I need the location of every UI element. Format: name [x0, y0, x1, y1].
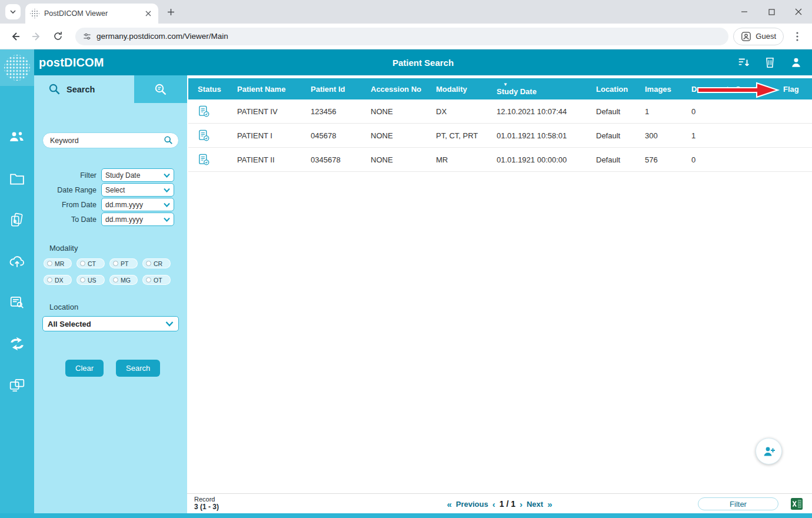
previous-page-button[interactable]: Previous [456, 500, 488, 509]
forward-icon [31, 31, 42, 42]
modality-option-us[interactable]: US [76, 275, 105, 285]
tab-advanced-search[interactable] [134, 75, 187, 103]
keyword-input[interactable] [42, 132, 179, 148]
column-header-patient-id[interactable]: Patient Id [306, 85, 366, 94]
modality-option-label: PT [121, 260, 128, 267]
sort-icon[interactable] [737, 56, 750, 69]
site-settings-icon [82, 32, 92, 41]
url-text: germany.postdicom.com/Viewer/Main [96, 32, 228, 41]
back-button[interactable] [7, 28, 24, 45]
sidebar-item-dicom-documents[interactable] [0, 207, 34, 233]
modality-option-mg[interactable]: MG [109, 275, 138, 285]
maximize-button[interactable] [758, 0, 785, 24]
report-status-icon [198, 105, 210, 118]
minimize-button[interactable] [731, 0, 758, 24]
last-page-icon[interactable]: » [547, 499, 552, 509]
previous-page-icon[interactable]: ‹ [492, 499, 495, 509]
to-date-label: To Date [34, 215, 96, 224]
reload-button[interactable] [49, 28, 66, 45]
close-window-button[interactable] [785, 0, 812, 24]
guest-label: Guest [756, 32, 776, 41]
sidebar-logo[interactable] [0, 49, 34, 86]
report-status-icon [198, 130, 210, 142]
tab-basic-search[interactable]: Search [34, 75, 134, 103]
table-row[interactable]: PATIENT I 045678 NONE PT, CT, PRT 01.01.… [188, 124, 812, 148]
kebab-menu-icon [796, 32, 798, 41]
user-icon[interactable] [790, 56, 803, 69]
sidebar-item-share[interactable] [0, 331, 34, 357]
column-header-accession-no[interactable]: Accession No [366, 85, 431, 94]
export-excel-button[interactable] [791, 498, 803, 510]
column-header-images[interactable]: Images [640, 85, 687, 94]
cell-documents-count: 1 [687, 131, 778, 140]
tab-basic-search-label: Search [66, 85, 95, 94]
status-cell [188, 105, 232, 118]
footer-filter-button[interactable]: Filter [698, 497, 778, 510]
browser-tabstrip: PostDICOM Viewer [0, 0, 812, 24]
column-header-status[interactable]: Status [188, 85, 232, 94]
modality-option-mr[interactable]: MR [44, 258, 72, 268]
keyword-search-icon[interactable] [164, 135, 173, 147]
sidebar-item-worklist[interactable] [0, 290, 34, 316]
close-icon [795, 8, 802, 15]
table-row[interactable]: PATIENT II 0345678 NONE MR 01.01.1921 00… [188, 148, 812, 172]
column-header-modality[interactable]: Modality [431, 85, 492, 94]
tab-search-button[interactable] [5, 4, 21, 19]
to-date-select[interactable]: dd.mm.yyyy [101, 212, 174, 226]
cell-location: Default [591, 107, 640, 116]
from-date-select[interactable]: dd.mm.yyyy [101, 198, 174, 211]
sidebar-item-folders[interactable] [0, 166, 34, 192]
modality-option-pt[interactable]: PT [109, 258, 138, 268]
radio-icon [80, 277, 85, 283]
cell-location: Default [591, 131, 640, 140]
sidebar-item-patient-search[interactable] [0, 124, 34, 150]
table-row[interactable]: PATIENT IV 123456 NONE DX 12.10.2021 10:… [188, 99, 812, 124]
guest-profile-button[interactable]: Guest [733, 28, 784, 45]
tab-favicon-icon [30, 9, 39, 18]
filter-select[interactable]: Study Date [101, 168, 174, 182]
modality-option-ot[interactable]: OT [142, 275, 171, 285]
to-date-select-value: dd.mm.yyyy [105, 215, 143, 224]
modality-label: Modality [49, 244, 187, 253]
modality-option-label: MR [55, 260, 64, 267]
first-page-icon[interactable]: « [447, 499, 451, 509]
column-header-patient-name[interactable]: Patient Name [232, 85, 306, 94]
modality-option-ct[interactable]: CT [76, 258, 105, 268]
radio-icon [146, 261, 151, 266]
clear-button[interactable]: Clear [65, 360, 104, 377]
date-range-select[interactable]: Select [101, 183, 174, 197]
modality-option-cr[interactable]: CR [142, 258, 171, 268]
app-bottom-bar [0, 513, 812, 518]
search-button[interactable]: Search [116, 360, 160, 377]
new-tab-button[interactable] [163, 4, 178, 19]
reload-icon [53, 31, 63, 41]
forward-button[interactable] [28, 28, 45, 45]
next-page-button[interactable]: Next [527, 500, 543, 509]
browser-toolbar: germany.postdicom.com/Viewer/Main Guest [0, 24, 812, 49]
add-patient-button[interactable] [756, 438, 782, 464]
panel-buttons: Clear Search [65, 360, 187, 377]
next-page-icon[interactable]: › [520, 499, 523, 509]
app: Patient Search postDICOM [0, 49, 812, 518]
location-select[interactable]: All Selected [42, 316, 179, 331]
date-range-label: Date Range [34, 186, 96, 194]
sidebar-item-transfer[interactable] [0, 372, 34, 398]
browser-tab[interactable]: PostDICOM Viewer [25, 4, 158, 24]
column-header-study-date[interactable]: ▼ Study Date [492, 82, 591, 96]
cell-modality: PT, CT, PRT [431, 131, 492, 140]
browser-menu-button[interactable] [790, 29, 805, 44]
filter-controls: Filter Study Date Date Range Select [34, 168, 187, 226]
modality-option-label: DX [55, 277, 64, 284]
radio-icon [80, 261, 85, 266]
delete-icon[interactable] [764, 56, 776, 69]
sidebar-item-upload[interactable] [0, 248, 34, 274]
url-bar[interactable]: germany.postdicom.com/Viewer/Main [75, 28, 728, 45]
tab-close-icon[interactable] [143, 8, 154, 19]
cell-images: 576 [640, 155, 687, 164]
modality-option-dx[interactable]: DX [44, 275, 72, 285]
person-add-icon [762, 444, 776, 459]
radio-icon [146, 277, 151, 283]
from-date-row: From Date dd.mm.yyyy [34, 198, 187, 211]
column-header-flag[interactable]: Flag [778, 85, 812, 94]
column-header-location[interactable]: Location [591, 85, 640, 94]
